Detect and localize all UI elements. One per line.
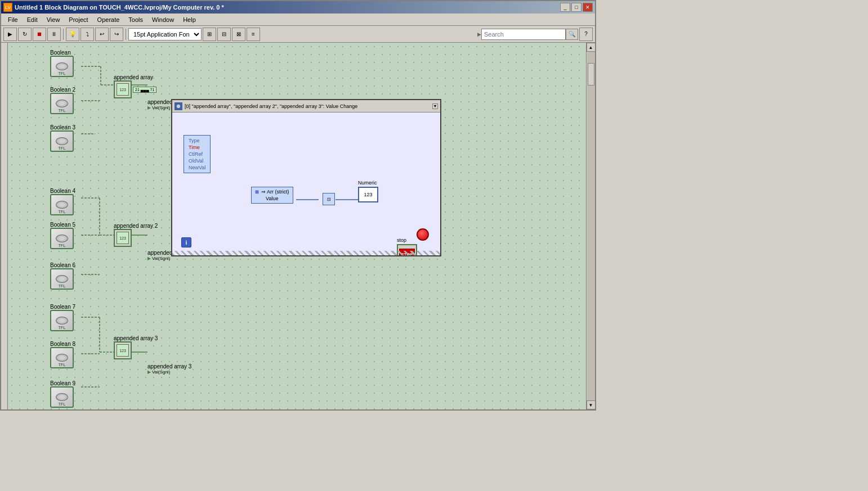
step-into-button[interactable]: ↩ xyxy=(95,28,109,41)
val-sgnl-2: ▶ Val(Sgnl) xyxy=(147,256,191,261)
window-title: Untitled 1 Block Diagram on TOUCH_4WCC.l… xyxy=(15,4,224,11)
search-button[interactable]: 🔍 xyxy=(566,29,578,40)
title-bar: LV Untitled 1 Block Diagram on TOUCH_4WC… xyxy=(1,1,595,13)
main-content: Boolean Boolean 2 appended array 12 xyxy=(1,43,595,409)
boolean-4-group: Boolean 4 xyxy=(50,188,75,215)
sub-diagram-body: Type Time CtlRef OldVal NewVal ⊞ ⇒ Arr (… xyxy=(172,112,440,255)
boolean-3-ctrl[interactable] xyxy=(50,130,74,152)
close-button[interactable]: ✕ xyxy=(583,3,593,12)
event-ports-box: Type Time CtlRef OldVal NewVal xyxy=(184,135,211,173)
numeric-group: Numeric 123 xyxy=(358,180,377,187)
canvas-area[interactable]: Boolean Boolean 2 appended array 12 xyxy=(8,43,586,409)
numeric-label: Numeric xyxy=(358,180,377,186)
search-input[interactable] xyxy=(481,29,566,40)
array-bundle-1-label: appended array xyxy=(114,74,156,80)
array-bundle-3: appended array 3 123 xyxy=(114,335,158,359)
boolean-1-ctrl[interactable] xyxy=(50,56,74,77)
array-bundle-2-label: appended array 2 xyxy=(114,223,158,229)
boolean-4-label: Boolean 4 xyxy=(50,188,75,194)
sub-diagram-header: ⊕ [0] "appended array", "appended array … xyxy=(172,100,440,112)
array-inner-1: 123 xyxy=(117,83,129,96)
boolean-8-ctrl[interactable] xyxy=(50,347,74,368)
scrollbar-thumb[interactable] xyxy=(588,63,594,85)
array-block-3[interactable]: 123 xyxy=(114,341,132,359)
reorder-button[interactable]: ≡ xyxy=(247,28,260,41)
minimize-button[interactable]: _ xyxy=(560,3,570,12)
array-block-2[interactable]: 123 xyxy=(114,229,132,247)
scroll-up-button[interactable]: ▲ xyxy=(587,43,596,52)
boolean-5-ctrl[interactable] xyxy=(50,228,74,249)
boolean-6-ctrl[interactable] xyxy=(50,268,74,290)
index-node[interactable]: ⊡ xyxy=(323,193,335,205)
menu-view[interactable]: View xyxy=(42,15,65,24)
hash-border xyxy=(172,251,440,255)
boolean-6-label: Boolean 6 xyxy=(50,262,75,268)
font-selector[interactable]: 15pt Application Font xyxy=(128,28,202,40)
run-button[interactable]: ▶ xyxy=(3,28,17,41)
step-over-button[interactable]: ⤵ xyxy=(80,28,94,41)
menu-window[interactable]: Window xyxy=(147,15,178,24)
boolean-1-led xyxy=(56,62,68,70)
val-sgnl-3: ▶ Val(Sgnl) xyxy=(147,370,191,375)
sub-diagram-title: [0] "appended array", "appended array 2"… xyxy=(185,103,357,109)
boolean-7-label: Boolean 7 xyxy=(50,304,75,310)
boolean-2-ctrl[interactable] xyxy=(50,93,74,114)
maximize-button[interactable]: □ xyxy=(571,3,581,12)
pause-button[interactable]: ⏸ xyxy=(47,28,61,41)
separator-1 xyxy=(63,29,64,40)
menu-project[interactable]: Project xyxy=(64,15,92,24)
appended-arr-1-top: 21 ▄▄▄ 71 xyxy=(133,87,156,93)
sub-diagram-collapse[interactable]: ⊕ xyxy=(175,102,182,110)
left-panel xyxy=(1,43,8,409)
array-bundle-3-label: appended array 3 xyxy=(114,335,158,341)
help-button[interactable]: ? xyxy=(579,28,593,41)
menu-file[interactable]: File xyxy=(3,15,23,24)
abort-button[interactable]: ⏹ xyxy=(33,28,46,41)
port-newval: NewVal xyxy=(189,165,205,170)
boolean-3-label: Boolean 3 xyxy=(50,124,75,130)
info-icon[interactable]: i xyxy=(181,237,191,247)
menu-edit[interactable]: Edit xyxy=(23,15,42,24)
window-controls: _ □ ✕ xyxy=(560,3,593,12)
sub-wire-layer xyxy=(172,112,440,255)
port-time: Time xyxy=(189,145,205,150)
boolean-2-led xyxy=(56,100,68,107)
boolean-5-label: Boolean 5 xyxy=(50,222,75,228)
port-type: Type xyxy=(189,138,205,143)
boolean-3-led xyxy=(56,137,68,145)
highlight-button[interactable]: 💡 xyxy=(66,28,79,41)
boolean-2-label: Boolean 2 xyxy=(50,87,75,93)
distribute-button[interactable]: ⊟ xyxy=(217,28,231,41)
boolean-8-led xyxy=(56,354,68,362)
main-window: LV Untitled 1 Block Diagram on TOUCH_4WC… xyxy=(0,0,596,411)
right-scrollbar: ▲ ▼ xyxy=(586,43,595,409)
boolean-4-ctrl[interactable] xyxy=(50,194,74,215)
menu-operate[interactable]: Operate xyxy=(93,15,124,24)
run-continuously-button[interactable]: ↻ xyxy=(18,28,32,41)
boolean-2-group: Boolean 2 xyxy=(50,87,75,114)
scrollbar-track[interactable] xyxy=(587,52,595,400)
boolean-9-ctrl[interactable] xyxy=(50,386,74,408)
value-label: Value xyxy=(266,196,278,201)
menu-tools[interactable]: Tools xyxy=(124,15,147,24)
menu-help[interactable]: Help xyxy=(178,15,200,24)
array-bundle-1: appended array 123 21 ▄▄▄ 71 xyxy=(114,74,156,98)
numeric-ctrl[interactable]: 123 xyxy=(358,187,378,202)
resize-button[interactable]: ⊠ xyxy=(232,28,245,41)
boolean-7-ctrl[interactable] xyxy=(50,310,74,331)
scroll-down-button[interactable]: ▼ xyxy=(587,400,596,409)
boolean-8-label: Boolean 8 xyxy=(50,341,75,347)
appended-arr-1: 21 ▄▄▄ 71 xyxy=(133,87,156,93)
sub-diagram-expand[interactable]: ▼ xyxy=(432,103,438,109)
array-block-1[interactable]: 123 xyxy=(114,80,132,98)
sub-diagram: ⊕ [0] "appended array", "appended array … xyxy=(171,99,441,256)
boolean-7-led xyxy=(56,317,68,325)
align-button[interactable]: ⊞ xyxy=(203,28,216,41)
boolean-5-led xyxy=(56,235,68,242)
step-out-button[interactable]: ↪ xyxy=(110,28,123,41)
info-icon-box: i xyxy=(181,237,191,247)
boolean-5-group: Boolean 5 xyxy=(50,222,75,249)
run-indicator[interactable] xyxy=(417,228,429,241)
arr-strict-block[interactable]: ⊞ ⇒ Arr (strict) Value xyxy=(251,187,293,204)
boolean-4-led xyxy=(56,201,68,209)
